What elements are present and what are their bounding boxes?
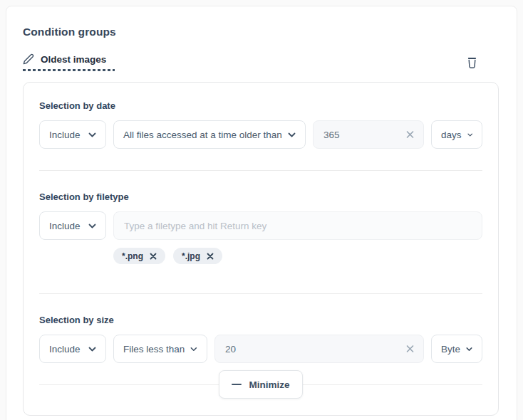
size-include-value: Include	[49, 344, 81, 355]
filetype-field-wrap	[113, 211, 482, 240]
chevron-down-icon	[288, 132, 296, 137]
minus-icon	[232, 384, 242, 385]
chevron-down-icon	[88, 132, 96, 137]
size-unit-select[interactable]: Byte	[431, 335, 482, 363]
chevron-down-icon	[466, 347, 472, 352]
chevron-down-icon	[88, 224, 96, 229]
size-condition-select[interactable]: Files less than	[113, 335, 207, 363]
group-header: Oldest images	[23, 53, 500, 71]
date-condition-select[interactable]: All files accessed at a time older than	[113, 120, 306, 149]
minimize-row: Minimize	[39, 370, 482, 399]
remove-tag-button[interactable]	[150, 253, 157, 260]
chevron-down-icon	[88, 347, 96, 352]
page-title: Condition groups	[23, 26, 500, 38]
delete-group-button[interactable]	[464, 54, 480, 71]
section-heading-filetype: Selection by filetype	[39, 191, 482, 202]
remove-tag-button[interactable]	[207, 253, 214, 260]
filetype-include-select[interactable]: Include	[39, 211, 106, 240]
group-name-editable[interactable]: Oldest images	[23, 53, 106, 71]
minimize-label: Minimize	[249, 379, 289, 390]
filetype-tag: *.jpg	[173, 248, 222, 264]
condition-groups-card: Condition groups Oldest images	[6, 6, 517, 420]
trash-icon	[465, 56, 479, 70]
section-divider	[39, 170, 482, 171]
x-icon	[207, 253, 214, 260]
chevron-down-icon	[190, 347, 197, 352]
x-icon	[150, 253, 157, 260]
date-unit-select[interactable]: days	[431, 120, 482, 149]
size-clear-button[interactable]	[404, 343, 416, 355]
size-value-input[interactable]	[214, 335, 424, 363]
date-clear-button[interactable]	[404, 129, 416, 141]
tag-label: *.jpg	[182, 251, 200, 261]
filetype-tag: *.png	[113, 248, 165, 264]
size-value-field-wrap	[214, 335, 424, 363]
section-heading-size: Selection by size	[39, 315, 482, 325]
date-value-field-wrap	[313, 120, 424, 149]
section-size: Selection by size Include Files less tha…	[39, 315, 482, 363]
date-unit-value: days	[441, 130, 462, 140]
date-include-select[interactable]: Include	[39, 120, 106, 149]
section-heading-date: Selection by date	[39, 100, 482, 111]
x-icon	[405, 345, 415, 354]
section-date: Selection by date Include All files acce…	[39, 100, 482, 149]
minimize-button[interactable]: Minimize	[219, 370, 302, 399]
section-filetype: Selection by filetype Include *.png	[39, 191, 482, 264]
date-condition-value: All files accessed at a time older than	[123, 130, 282, 140]
filetype-tags: *.png *.jpg	[113, 248, 482, 264]
size-unit-value: Byte	[441, 344, 460, 355]
dotted-underline	[23, 69, 115, 71]
group-name: Oldest images	[41, 54, 106, 65]
filetype-input[interactable]	[113, 211, 482, 240]
tag-label: *.png	[122, 251, 143, 261]
size-condition-value: Files less than	[123, 344, 185, 355]
x-icon	[405, 130, 415, 140]
chevron-down-icon	[467, 132, 472, 137]
filetype-include-value: Include	[49, 221, 81, 231]
date-include-value: Include	[49, 130, 81, 140]
pencil-icon[interactable]	[23, 53, 34, 65]
condition-group-panel: Selection by date Include All files acce…	[23, 82, 499, 416]
section-divider	[39, 293, 482, 294]
size-include-select[interactable]: Include	[39, 335, 106, 363]
